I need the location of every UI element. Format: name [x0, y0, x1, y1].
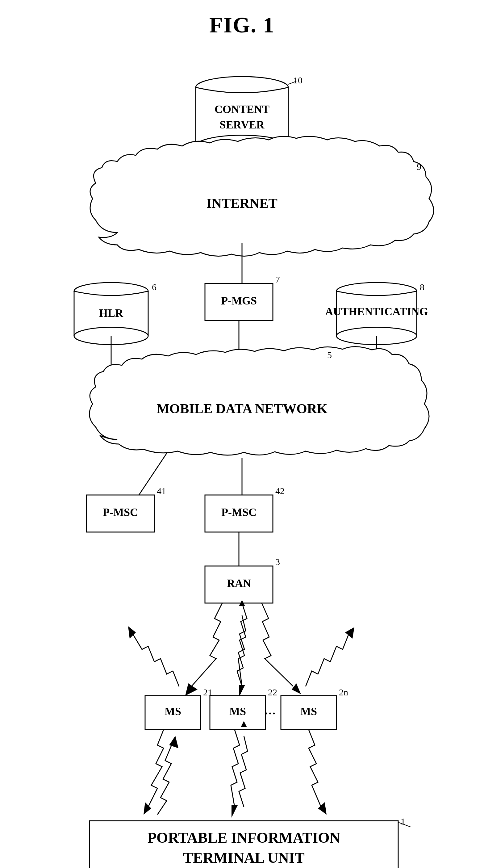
- pmsc1-ref: 41: [157, 486, 166, 496]
- portable-label-line1: PORTABLE INFORMATION: [148, 829, 341, 846]
- hlr-ref: 6: [152, 282, 157, 292]
- pmgs-label: P-MGS: [221, 294, 257, 307]
- ms2-label: MS: [229, 705, 246, 718]
- pmsc1-label: P-MSC: [103, 506, 138, 519]
- svg-marker-34: [169, 736, 179, 748]
- pmgs-ref: 7: [275, 274, 280, 284]
- svg-marker-27: [185, 683, 198, 696]
- msn-ref: 2n: [339, 687, 348, 697]
- ran-ref: 3: [275, 557, 280, 567]
- internet-ref: 9: [417, 161, 421, 172]
- internet-label: INTERNET: [206, 196, 278, 211]
- msn-label: MS: [300, 705, 317, 718]
- svg-marker-35: [231, 805, 238, 818]
- ms2-ref: 22: [268, 687, 277, 697]
- content-server-ref: 10: [293, 75, 302, 85]
- svg-marker-32: [345, 627, 354, 639]
- authenticating-ref: 8: [420, 282, 424, 292]
- ran-label: RAN: [227, 577, 251, 589]
- ellipsis: ...: [264, 700, 276, 718]
- pmsc2-label: P-MSC: [221, 506, 257, 519]
- main-diagram: CONTENT SERVER 10 INTERNET 9 HLR 6 P-MGS…: [0, 54, 484, 868]
- svg-marker-31: [292, 683, 301, 694]
- content-server-label-line1: CONTENT: [215, 103, 269, 116]
- ms1-label: MS: [164, 705, 181, 718]
- content-server-label-line2: SERVER: [220, 119, 265, 131]
- svg-marker-33: [143, 802, 151, 814]
- authenticating-label: AUTHENTICATING: [325, 305, 428, 318]
- mobile-network-ref: 5: [327, 350, 332, 360]
- pmsc2-ref: 42: [275, 486, 285, 496]
- diagram-container: FIG. 1 CONTENT SERVER 10 INTERNET 9: [0, 0, 484, 868]
- svg-marker-37: [318, 802, 327, 814]
- mobile-network-label: MOBILE DATA NETWORK: [157, 401, 327, 416]
- figure-title: FIG. 1: [209, 12, 275, 38]
- portable-label-line2: TERMINAL UNIT: [183, 849, 304, 866]
- hlr-label: HLR: [99, 307, 124, 319]
